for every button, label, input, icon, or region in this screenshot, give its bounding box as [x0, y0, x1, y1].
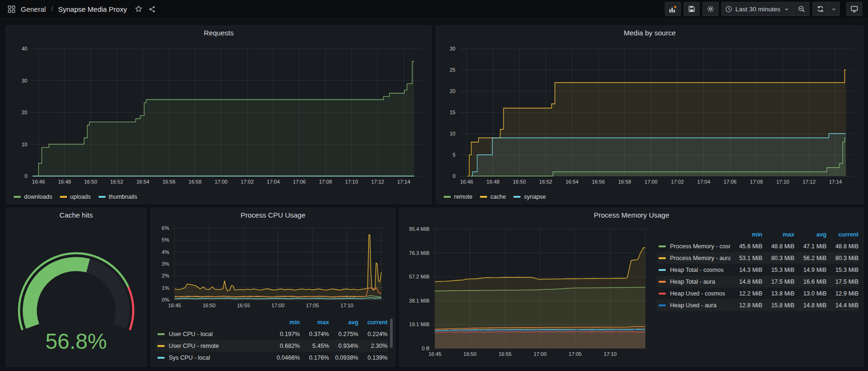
legend-color-chip: [659, 304, 666, 306]
media-chart-svg: 05101520253016:4616:4816:5016:5216:5416:…: [440, 40, 860, 187]
legend-value-current: 2.30%: [358, 343, 388, 349]
toolbar: Last 30 minutes: [665, 2, 862, 16]
refresh-interval-dropdown[interactable]: [828, 2, 840, 16]
legend-series-label: cache: [490, 194, 506, 200]
x-axis-tick-label: 16:52: [539, 179, 553, 185]
add-panel-button[interactable]: [665, 2, 681, 16]
time-picker-button[interactable]: Last 30 minutes: [721, 2, 794, 16]
x-axis-tick-label: 17:08: [750, 179, 763, 185]
legend-series-label[interactable]: Process Memory - cosmos: [670, 243, 730, 250]
refresh-icon: [817, 5, 824, 13]
x-axis-tick-label: 16:52: [110, 179, 124, 185]
legend-value-current: 15.3 MiB: [827, 267, 859, 273]
legend-header-max[interactable]: max: [762, 231, 794, 238]
requests-chart-svg: 01020304016:4616:4816:5016:5216:5416:561…: [10, 40, 428, 187]
cpu-legend-scrollbar[interactable]: [390, 319, 393, 348]
legend-color-chip: [480, 196, 487, 198]
y-axis-tick-label: 10: [450, 131, 455, 136]
x-axis-tick-label: 16:45: [429, 351, 442, 357]
gear-icon: [707, 5, 714, 13]
x-axis-tick-label: 16:45: [168, 303, 182, 308]
y-axis-tick-label: 57.2 MiB: [409, 274, 430, 279]
cache-hits-value: 56.8%: [6, 329, 146, 354]
legend-value-avg: 13.0 MiB: [794, 290, 827, 297]
x-axis-tick-label: 16:58: [189, 179, 202, 185]
x-axis-tick-label: 16:46: [460, 179, 473, 185]
legend-value-current: 14.4 MiB: [827, 302, 859, 309]
favorite-star-icon[interactable]: [134, 4, 143, 14]
breadcrumb-section[interactable]: General: [21, 5, 46, 13]
legend-series-label[interactable]: Heap Used - cosmos: [670, 290, 730, 297]
legend-header-min[interactable]: min: [271, 319, 300, 326]
breadcrumb: General / Synapse Media Proxy: [7, 4, 157, 14]
cycle-view-mode-button[interactable]: [846, 2, 862, 16]
legend-item-synapse[interactable]: synapse: [513, 194, 546, 200]
legend-value-max: 15.3 MiB: [762, 267, 794, 273]
zoom-out-icon: [798, 5, 805, 13]
legend-header-current[interactable]: current: [358, 319, 388, 326]
legend-series-label: synapse: [524, 194, 546, 200]
save-icon: [688, 5, 695, 13]
requests-chart[interactable]: 01020304016:4616:4816:5016:5216:5416:561…: [10, 40, 428, 187]
legend-value-avg: 0.275%: [329, 331, 358, 337]
legend-item-thumbnails[interactable]: thumbnails: [99, 194, 137, 200]
legend-series-label[interactable]: Process Memory - aura: [670, 255, 730, 261]
gauge-value-arc: [30, 264, 88, 326]
legend-color-chip: [659, 269, 666, 271]
legend-series-label[interactable]: User CPU - remote: [169, 343, 271, 349]
apps-grid-icon[interactable]: [7, 4, 17, 14]
chevron-down-icon: [784, 6, 790, 12]
legend-item-uploads[interactable]: uploads: [60, 194, 91, 200]
legend-item-downloads[interactable]: downloads: [14, 194, 52, 200]
media-chart[interactable]: 05101520253016:4616:4816:5016:5216:5416:…: [440, 40, 860, 187]
legend-series-label[interactable]: Heap Total - cosmos: [670, 267, 730, 273]
add-panel-icon: [669, 5, 677, 13]
y-axis-tick-label: 0: [25, 173, 27, 179]
series-fill-synapse: [471, 134, 846, 176]
legend-series-label[interactable]: User CPU - local: [169, 331, 271, 337]
y-axis-tick-label: 10: [22, 142, 27, 147]
panel-title-cache-hits[interactable]: Cache hits: [6, 211, 146, 219]
legend-header-avg[interactable]: avg: [329, 319, 358, 326]
x-axis-tick-label: 17:00: [645, 179, 658, 185]
cpu-chart[interactable]: 0%1%2%3%4%5%6%16:4516:5016:5517:0017:051…: [155, 222, 389, 311]
y-axis-tick-label: 1%: [162, 285, 169, 291]
legend-header-row: minmaxavgcurrent: [657, 229, 859, 240]
panel-title-requests[interactable]: Requests: [6, 29, 431, 37]
legend-header-max[interactable]: max: [300, 319, 329, 326]
legend-row: Heap Total - cosmos14.3 MiB15.3 MiB14.9 …: [657, 264, 859, 276]
share-icon[interactable]: [148, 5, 157, 14]
x-axis-tick-label: 17:04: [697, 179, 711, 185]
x-axis-tick-label: 16:54: [136, 179, 149, 185]
panel-title-memory[interactable]: Process Memory Usage: [400, 211, 863, 219]
legend-value-max: 15.8 MiB: [762, 302, 794, 309]
legend-header-current[interactable]: current: [827, 231, 859, 238]
dashboard-settings-button[interactable]: [703, 2, 719, 16]
panel-title-cpu[interactable]: Process CPU Usage: [151, 211, 395, 219]
legend-value-min: 45.6 MiB: [730, 243, 762, 250]
x-axis-tick-label: 16:50: [84, 179, 98, 185]
page-title[interactable]: Synapse Media Proxy: [58, 5, 127, 13]
panel-title-media[interactable]: Media by source: [436, 29, 863, 37]
x-axis-tick-label: 17:05: [569, 351, 582, 357]
legend-header-avg[interactable]: avg: [794, 231, 827, 238]
legend-row: User CPU - local0.197%0.374%0.275%0.224%: [156, 328, 388, 340]
zoom-out-button[interactable]: [794, 2, 810, 16]
y-axis-tick-label: 95.4 MiB: [409, 226, 430, 232]
legend-header-min[interactable]: min: [730, 231, 762, 238]
legend-value-max: 48.8 MiB: [762, 243, 794, 250]
x-axis-tick-label: 17:05: [306, 303, 319, 308]
refresh-button[interactable]: [812, 2, 828, 16]
legend-series-label[interactable]: Sys CPU - local: [169, 354, 271, 361]
save-dashboard-button[interactable]: [684, 2, 700, 16]
legend-series-label[interactable]: Heap Used - aura: [670, 302, 730, 309]
memory-chart[interactable]: 0 B19.1 MiB38.1 MiB57.2 MiB76.3 MiB95.4 …: [403, 222, 652, 360]
legend-item-remote[interactable]: remote: [444, 194, 472, 200]
x-axis-tick-label: 16:55: [498, 351, 512, 357]
legend-series-label[interactable]: Heap Total - aura: [670, 278, 730, 285]
legend-value-max: 17.5 MiB: [762, 278, 794, 285]
y-axis-tick-label: 40: [22, 46, 27, 51]
legend-item-cache[interactable]: cache: [480, 194, 506, 200]
legend-value-current: 17.5 MiB: [827, 278, 859, 285]
series-fill-Heap Used - aura: [435, 329, 645, 348]
